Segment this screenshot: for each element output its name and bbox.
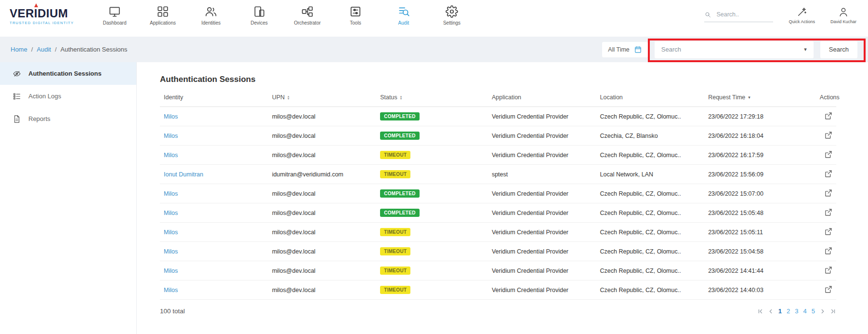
global-search-input[interactable] [715,11,773,18]
nav-item-orchestrator[interactable]: Orchestrator [283,4,331,26]
location-cell: Czech Republic, CZ, Olomuc.. [596,107,705,126]
status-badge: TIMEOUT [380,247,410,255]
nav-item-identities[interactable]: Identities [187,4,235,26]
search-type-dropdown[interactable]: Search ▾ [655,41,814,58]
sidebar-item-action-logs[interactable]: Action Logs [0,85,136,107]
identity-link[interactable]: Milos [164,152,178,159]
column-header-status[interactable]: Status ▴▾ [376,89,488,107]
identity-link[interactable]: Milos [164,287,178,294]
table-row: Milos milos@dev.local COMPLETED Veridium… [160,184,836,203]
action-logs-icon [13,92,21,101]
dashboard-icon [108,5,121,18]
nav-item-applications[interactable]: Applications [139,4,187,26]
request-time-cell: 23/06/2022 15:05:11 [704,223,816,242]
quick-actions-button[interactable]: Quick Actions [789,6,815,24]
sessions-table-wrap: Identity UPN ▴▾ Status ▴▾ Application [160,89,836,300]
search-icon [704,11,711,18]
nav-item-label: Orchestrator [294,20,321,26]
nav-item-label: Settings [443,20,460,26]
identity-link[interactable]: Milos [164,133,178,139]
view-session-icon[interactable] [824,189,832,197]
upn-cell: milos@dev.local [268,126,377,146]
view-session-icon[interactable] [824,112,832,120]
user-avatar-icon [838,7,849,17]
first-page-button[interactable] [757,308,763,314]
pagination-page-5[interactable]: 5 [812,307,815,315]
column-header-upn[interactable]: UPN ▴▾ [268,89,377,107]
status-badge: COMPLETED [380,189,419,198]
view-session-icon[interactable] [824,208,832,216]
nav-item-devices[interactable]: Devices [235,4,283,26]
status-badge: COMPLETED [380,112,419,120]
pagination-pages: 12345 [778,307,815,315]
nav-item-dashboard[interactable]: Dashboard [91,4,139,26]
breadcrumb-separator [55,46,57,53]
request-time-cell: 23/06/2022 15:05:48 [704,203,816,223]
column-header-request-time[interactable]: Request Time ▾ [704,89,816,107]
sidebar-item-authentication-sessions[interactable]: Authentication Sessions [0,62,136,85]
reports-icon [13,115,21,123]
table-footer: 100 total 12345 [160,307,836,315]
identity-link[interactable]: Milos [164,113,178,120]
last-page-button[interactable] [830,308,836,314]
table-row: Milos milos@dev.local COMPLETED Veridium… [160,107,836,126]
upn-cell: idumitran@veridiumid.com [268,165,377,184]
view-session-icon[interactable] [824,266,832,274]
sidebar-item-reports[interactable]: Reports [0,107,136,130]
view-session-icon[interactable] [824,247,832,255]
table-row: Milos milos@dev.local TIMEOUT Veridium C… [160,223,836,242]
identity-link[interactable]: Milos [164,190,178,197]
sidebar: Authentication Sessions Action Logs Repo… [0,62,137,334]
logo-wordmark: VERIDIUM [10,8,74,19]
sessions-table: Identity UPN ▴▾ Status ▴▾ Application [160,89,836,300]
identity-link[interactable]: Milos [164,229,178,236]
time-range-filter[interactable]: All Time [602,42,647,57]
settings-gear-icon [446,5,458,18]
user-menu[interactable]: David Kuchar [830,6,856,24]
nav-item-settings[interactable]: Settings [428,4,476,26]
location-cell: Czech Republic, CZ, Olomuc.. [596,261,705,281]
veridium-logo[interactable]: VERIDIUM TRUSTED DIGITAL IDENTITY [10,8,74,25]
orchestrator-icon [301,5,314,18]
sidebar-item-label: Action Logs [28,93,61,100]
breadcrumb-current: Authentication Sessions [61,46,128,53]
identity-link[interactable]: Ionut Dumitran [164,171,203,178]
view-session-icon[interactable] [824,131,832,139]
breadcrumb: Home Audit Authentication Sessions [11,46,127,53]
pagination-page-2[interactable]: 2 [787,307,790,315]
upn-cell: milos@dev.local [268,281,377,300]
breadcrumb-home-link[interactable]: Home [11,46,27,53]
column-header-application: Application [488,89,596,107]
nav-item-audit[interactable]: Audit [380,4,428,26]
topbar-right: Quick Actions David Kuchar [704,6,856,24]
total-count-label: 100 total [160,307,185,315]
quick-actions-label: Quick Actions [789,19,815,24]
identity-link[interactable]: Milos [164,267,178,274]
identity-link[interactable]: Milos [164,210,178,216]
page-title: Authentication Sessions [160,75,868,84]
application-cell: Veridium Credential Provider [488,223,596,242]
view-session-icon[interactable] [824,285,832,294]
identity-link[interactable]: Milos [164,248,178,255]
table-header-row: Identity UPN ▴▾ Status ▴▾ Application [160,89,836,107]
nav-item-label: Audit [398,20,409,26]
view-session-icon[interactable] [824,150,832,159]
sort-desc-icon: ▾ [748,95,750,100]
pagination-page-4[interactable]: 4 [803,307,807,315]
pagination-page-3[interactable]: 3 [795,307,798,315]
breadcrumb-audit-link[interactable]: Audit [37,46,51,53]
pagination-page-1[interactable]: 1 [778,307,782,315]
nav-item-tools[interactable]: Tools [331,4,380,26]
table-row: Ionut Dumitran idumitran@veridiumid.com … [160,165,836,184]
view-session-icon[interactable] [824,227,832,236]
request-time-cell: 23/06/2022 15:04:58 [704,242,816,261]
next-page-button[interactable] [820,308,826,314]
view-session-icon[interactable] [824,170,832,178]
upn-cell: milos@dev.local [268,146,377,165]
previous-page-button[interactable] [768,308,774,314]
devices-icon [253,5,265,18]
upn-cell: milos@dev.local [268,261,377,281]
application-cell: Veridium Credential Provider [488,203,596,223]
search-button[interactable]: Search [820,41,857,58]
request-time-cell: 23/06/2022 16:17:59 [704,146,816,165]
